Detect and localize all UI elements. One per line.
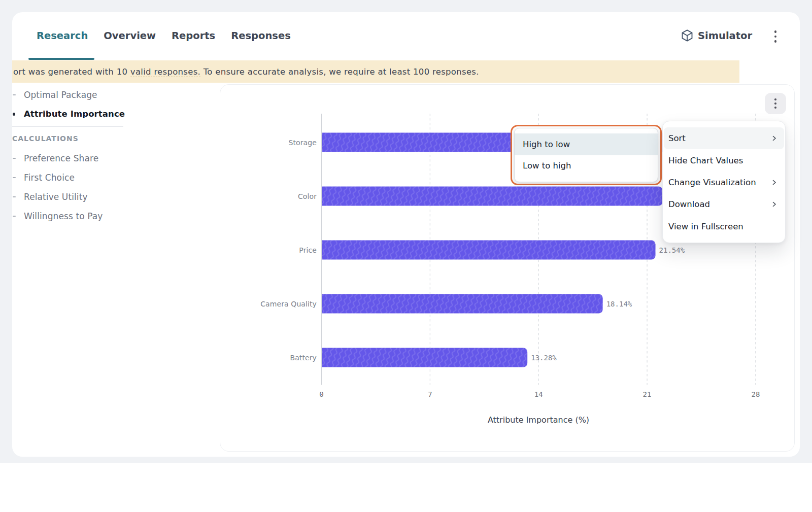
chevron-right-icon	[771, 135, 777, 142]
bar-camera-quality[interactable]	[322, 294, 603, 314]
bullet-dot-icon	[13, 113, 16, 116]
x-tick-label: 7	[428, 390, 432, 398]
bar-battery[interactable]	[322, 348, 527, 367]
category-label: Color	[298, 192, 317, 200]
x-tick-label: 28	[751, 390, 760, 398]
sidebar-divider	[12, 126, 123, 127]
sidebar-section-calculations: CALCULATIONS	[12, 134, 79, 143]
tab-responses[interactable]: Responses	[231, 29, 291, 43]
chevron-right-icon	[771, 201, 777, 208]
bullet-dash-icon	[13, 158, 16, 159]
warning-banner: ort was generated with 10 valid response…	[12, 60, 739, 83]
x-tick-label: 14	[534, 390, 543, 398]
value-label: 13.28%	[531, 354, 557, 362]
chart-context-menu: Sort Hide Chart Values Change Visualizat…	[662, 121, 786, 243]
category-label: Price	[299, 246, 317, 254]
category-label: Storage	[289, 139, 317, 147]
bar-color[interactable]	[322, 187, 663, 206]
bullet-dash-icon	[13, 177, 16, 178]
valid-responses-link[interactable]: valid responses.	[130, 67, 200, 77]
sidebar-item-relative-utility[interactable]: Relative Utility	[24, 191, 88, 202]
category-label: Battery	[290, 354, 317, 362]
sidebar-item-attribute-importance[interactable]: Attribute Importance	[24, 109, 125, 120]
menu-item-hide-chart-values[interactable]: Hide Chart Values	[664, 149, 784, 171]
bullet-dash-icon	[13, 216, 16, 217]
tab-overview[interactable]: Overview	[104, 29, 156, 43]
sidebar-item-first-choice[interactable]: First Choice	[24, 172, 75, 183]
bullet-dash-icon	[13, 94, 16, 95]
sidebar-item-optimal-package[interactable]: Optimal Package	[24, 89, 97, 100]
sidebar-item-preference-share[interactable]: Preference Share	[24, 153, 98, 164]
tab-research[interactable]: Research	[37, 29, 88, 43]
value-label: 21.54%	[659, 246, 685, 254]
chevron-right-icon	[771, 179, 777, 186]
kebab-vertical-icon	[774, 30, 776, 32]
top-nav-tabs: Research Overview Reports Responses	[37, 29, 291, 43]
banner-text: ort was generated with 10 valid response…	[13, 67, 479, 77]
menu-item-download[interactable]: Download	[664, 193, 784, 215]
menu-item-view-in-fullscreen[interactable]: View in Fullscreen	[664, 216, 784, 237]
active-tab-underline	[28, 58, 94, 60]
x-tick-label: 21	[643, 390, 652, 398]
menu-item-change-visualization[interactable]: Change Visualization	[664, 172, 784, 193]
sort-submenu: High to low Low to high	[514, 128, 658, 182]
category-label: Camera Quality	[260, 300, 317, 308]
x-axis-title: Attribute Importance (%)	[488, 415, 589, 425]
tab-reports[interactable]: Reports	[172, 29, 215, 43]
bullet-dash-icon	[13, 196, 16, 197]
value-label: 18.14%	[606, 300, 632, 308]
menu-item-sort[interactable]: Sort	[664, 127, 784, 149]
x-tick-label: 0	[319, 390, 323, 398]
bar-price[interactable]	[322, 241, 656, 260]
submenu-item-high-to-low[interactable]: High to low	[515, 133, 658, 155]
header-kebab-menu-button[interactable]	[768, 29, 783, 44]
cube-icon	[682, 29, 693, 42]
kebab-vertical-icon	[774, 98, 776, 100]
simulator-button[interactable]: Simulator	[682, 29, 752, 42]
simulator-label: Simulator	[698, 30, 752, 42]
chart-options-button[interactable]	[765, 93, 786, 114]
sidebar-item-willingness-to-pay[interactable]: Willingness to Pay	[24, 211, 103, 222]
submenu-item-low-to-high[interactable]: Low to high	[515, 155, 658, 177]
